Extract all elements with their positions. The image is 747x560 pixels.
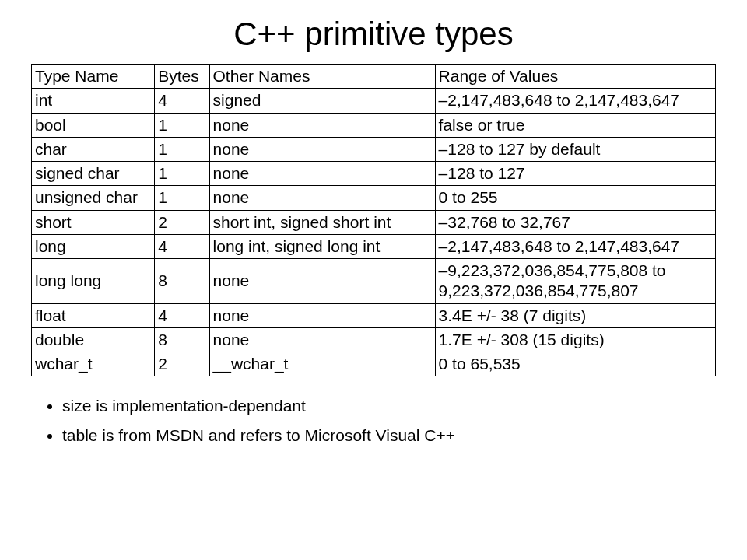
- table-cell-other: long int, signed long int: [209, 234, 435, 258]
- table-cell-type: bool: [32, 113, 155, 137]
- table-row: short2short int, signed short int–32,768…: [32, 210, 716, 234]
- table-cell-bytes: 1: [155, 162, 209, 186]
- table-cell-other: none: [209, 137, 435, 161]
- table-cell-range: false or true: [435, 113, 715, 137]
- table-cell-bytes: 8: [155, 327, 209, 352]
- table-cell-type: unsigned char: [32, 186, 155, 210]
- table-cell-other: none: [209, 162, 435, 186]
- table-cell-bytes: 4: [155, 303, 209, 327]
- table-cell-type: signed char: [32, 162, 155, 186]
- table-row: long4long int, signed long int–2,147,483…: [32, 234, 716, 258]
- table-cell-bytes: 2: [155, 210, 209, 234]
- table-cell-range: –128 to 127 by default: [435, 137, 715, 161]
- table-cell-range: –9,223,372,036,854,775,808 to 9,223,372,…: [435, 259, 715, 304]
- table-row: signed char1none–128 to 127: [32, 162, 716, 186]
- table-cell-other: __wchar_t: [209, 352, 435, 376]
- table-row: float4none3.4E +/- 38 (7 digits): [32, 303, 716, 327]
- table-cell-range: –2,147,483,648 to 2,147,483,647: [435, 89, 715, 113]
- table-cell-other: short int, signed short int: [209, 210, 435, 234]
- table-row: bool1nonefalse or true: [32, 113, 716, 137]
- types-table: Type NameBytesOther NamesRange of Values…: [31, 64, 716, 376]
- table-cell-other: signed: [209, 89, 435, 113]
- table-header-row: Type NameBytesOther NamesRange of Values: [32, 65, 716, 89]
- table-cell-range: 1.7E +/- 308 (15 digits): [435, 327, 715, 352]
- table-header-cell: Bytes: [155, 65, 209, 89]
- table-row: double8none1.7E +/- 308 (15 digits): [32, 327, 716, 352]
- table-row: long long8none–9,223,372,036,854,775,808…: [32, 259, 716, 304]
- table-cell-type: float: [32, 303, 155, 327]
- table-cell-bytes: 8: [155, 259, 209, 304]
- table-cell-type: long: [32, 234, 155, 258]
- table-cell-other: none: [209, 303, 435, 327]
- table-cell-range: –2,147,483,648 to 2,147,483,647: [435, 234, 715, 258]
- page-title: C++ primitive types: [31, 16, 716, 53]
- table-cell-type: char: [32, 137, 155, 161]
- table-cell-bytes: 1: [155, 186, 209, 210]
- table-header-cell: Type Name: [32, 65, 155, 89]
- table-cell-bytes: 2: [155, 352, 209, 376]
- table-cell-type: double: [32, 327, 155, 352]
- table-cell-type: wchar_t: [32, 352, 155, 376]
- table-row: unsigned char1none0 to 255: [32, 186, 716, 210]
- table-cell-other: none: [209, 186, 435, 210]
- table-cell-range: –128 to 127: [435, 162, 715, 186]
- table-header-cell: Range of Values: [435, 65, 715, 89]
- table-cell-type: short: [32, 210, 155, 234]
- list-item: table is from MSDN and refers to Microso…: [62, 426, 716, 445]
- table-cell-bytes: 4: [155, 89, 209, 113]
- table-cell-bytes: 4: [155, 234, 209, 258]
- table-cell-range: –32,768 to 32,767: [435, 210, 715, 234]
- notes-list: size is implementation-dependanttable is…: [31, 397, 716, 445]
- table-cell-bytes: 1: [155, 137, 209, 161]
- table-cell-other: none: [209, 113, 435, 137]
- table-cell-range: 3.4E +/- 38 (7 digits): [435, 303, 715, 327]
- table-cell-range: 0 to 65,535: [435, 352, 715, 376]
- table-cell-other: none: [209, 327, 435, 352]
- table-cell-range: 0 to 255: [435, 186, 715, 210]
- table-cell-bytes: 1: [155, 113, 209, 137]
- list-item: size is implementation-dependant: [62, 397, 716, 415]
- table-row: char1none–128 to 127 by default: [32, 137, 716, 161]
- table-row: int4signed–2,147,483,648 to 2,147,483,64…: [32, 89, 716, 113]
- table-cell-type: long long: [32, 259, 155, 304]
- table-header-cell: Other Names: [209, 65, 435, 89]
- table-row: wchar_t2__wchar_t0 to 65,535: [32, 352, 716, 376]
- table-cell-type: int: [32, 89, 155, 113]
- table-cell-other: none: [209, 259, 435, 304]
